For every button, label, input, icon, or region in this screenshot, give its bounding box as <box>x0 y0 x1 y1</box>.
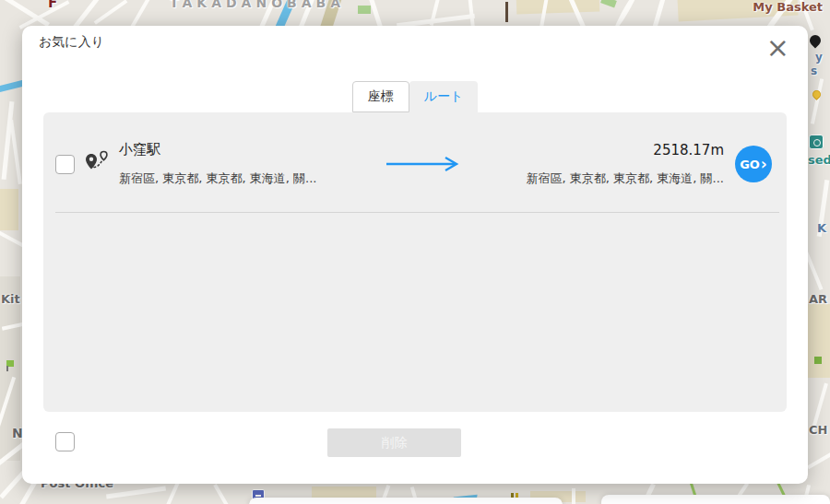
map-road <box>807 452 830 469</box>
route-arrow-zone <box>351 156 495 172</box>
map-road <box>9 120 22 184</box>
tab-coordinates[interactable]: 座標 <box>352 81 409 112</box>
map-label-ar: AR <box>809 292 827 306</box>
bottom-card <box>249 498 563 504</box>
map-label-ch: CH <box>809 423 827 437</box>
map-road <box>505 2 508 22</box>
map-road <box>572 488 575 504</box>
go-chevron-icon: › <box>761 157 767 172</box>
route-destination-block: 2518.17m 新宿區, 東京都, 東京都, 東海道, 關... <box>495 142 724 187</box>
map-label-k: K <box>817 221 826 235</box>
map-road <box>213 484 229 504</box>
list-divider <box>55 212 779 213</box>
map-area <box>358 6 371 14</box>
go-button[interactable]: GO› <box>735 146 772 182</box>
station-icon <box>809 135 824 149</box>
map-area <box>600 0 617 7</box>
map-road <box>106 486 166 499</box>
map-label-kit: Kit <box>1 292 20 306</box>
route-pins-icon <box>82 148 110 180</box>
route-name: 小窪駅 <box>119 141 351 158</box>
map-road <box>165 481 180 504</box>
map-area <box>808 304 830 378</box>
tab-bar: 座標 ルート <box>22 81 808 112</box>
map-label-poi: My Basket <box>753 0 823 14</box>
delete-button[interactable]: 削除 <box>327 428 461 457</box>
route-origin-address: 新宿區, 東京都, 東京都, 東海道, 關... <box>119 170 351 187</box>
map-road <box>811 78 824 124</box>
route-arrow-icon <box>385 156 462 172</box>
map-park-icon <box>814 357 822 364</box>
dialog-title: お気に入り <box>39 34 104 51</box>
map-label-s: s <box>811 64 817 77</box>
bottom-card <box>601 495 830 504</box>
route-origin-block: 小窪駅 新宿區, 東京都, 東京都, 東海道, 關... <box>119 141 351 187</box>
map-pin-icon <box>808 33 824 49</box>
map-area <box>516 0 600 15</box>
favorites-dialog: お気に入り × 座標 ルート 小窪駅 新宿區, 東京都, 東京都, 東海道, 關… <box>22 26 808 484</box>
tab-routes[interactable]: ルート <box>409 81 479 112</box>
route-distance: 2518.17m <box>495 142 724 158</box>
map-label-y: y <box>815 51 823 64</box>
route-checkbox[interactable] <box>55 155 75 174</box>
map-marker-f: F <box>48 0 57 11</box>
select-all-checkbox[interactable] <box>55 432 75 451</box>
map-road <box>94 0 128 25</box>
close-icon[interactable]: × <box>759 26 797 70</box>
route-list-item: 小窪駅 新宿區, 東京都, 東京都, 東海道, 關... 2518.17m 新宿… <box>43 112 787 212</box>
map-flag-icon <box>6 360 14 367</box>
map-label-n: N <box>12 426 23 440</box>
map-area <box>0 189 18 230</box>
map-road <box>73 0 102 29</box>
map-label-district: TAKADANOBABA <box>170 0 345 10</box>
route-destination-address: 新宿區, 東京都, 東京都, 東海道, 關... <box>495 170 724 187</box>
go-button-label: GO <box>740 158 760 171</box>
dialog-footer: 削除 <box>22 430 808 458</box>
map-label-seda: seda <box>808 153 830 167</box>
favorites-list-panel: 小窪駅 新宿區, 東京都, 東京都, 東海道, 關... 2518.17m 新宿… <box>43 112 787 412</box>
